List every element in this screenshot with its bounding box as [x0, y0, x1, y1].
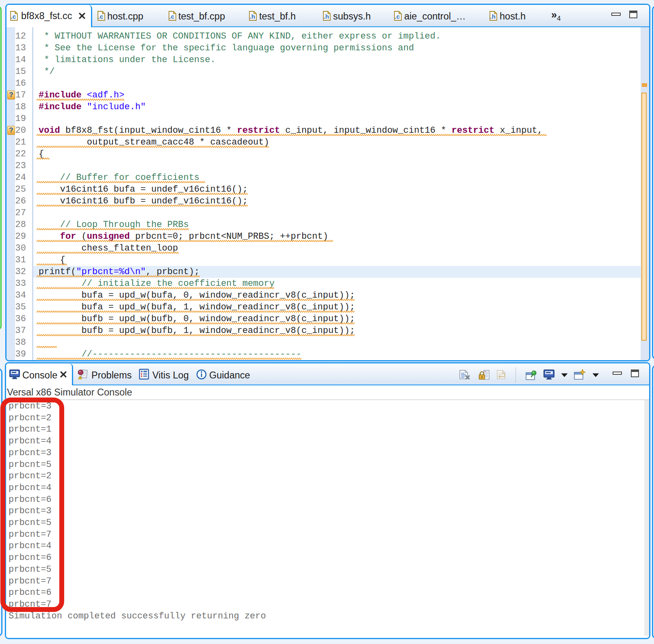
- svg-text:.c: .c: [395, 13, 400, 20]
- svg-text:.h: .h: [324, 13, 329, 20]
- svg-text:.c: .c: [98, 13, 104, 20]
- svg-text:.h: .h: [490, 13, 496, 20]
- svg-text:.c: .c: [169, 13, 175, 20]
- svg-text:.h: .h: [250, 13, 255, 20]
- svg-text:.c: .c: [11, 13, 16, 20]
